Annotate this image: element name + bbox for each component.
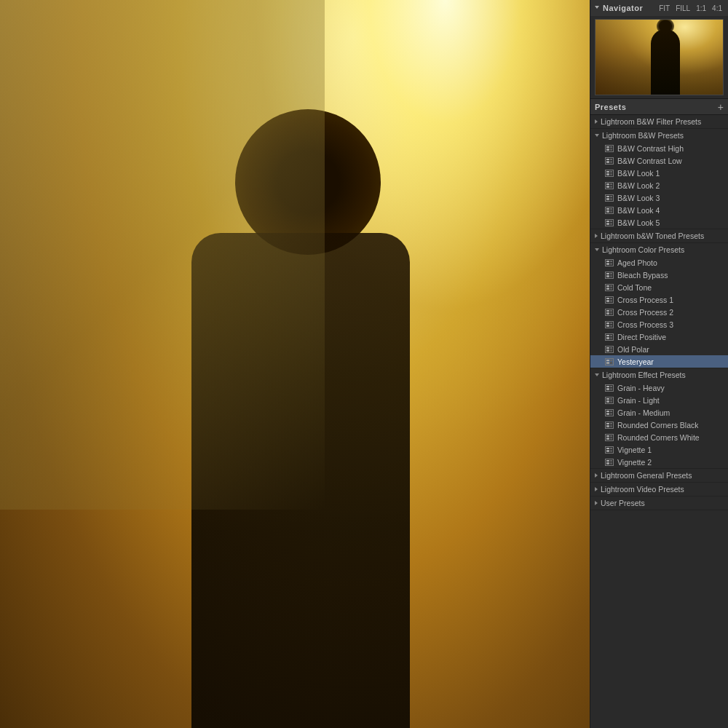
preset-group-triangle-effect-presets <box>595 373 599 376</box>
preset-group-triangle-video-presets <box>595 487 598 491</box>
preset-group-header-color-presets[interactable]: Lightroom Color Presets <box>590 243 728 256</box>
preset-item-icon <box>605 170 614 177</box>
presets-header[interactable]: Presets + <box>590 99 728 115</box>
navigator-header[interactable]: Navigator FIT FILL 1:1 4:1 <box>590 0 728 16</box>
preset-item-effect-presets-1[interactable]: Grain - Light <box>590 394 728 406</box>
preset-item-label: Rounded Corners Black <box>617 421 698 430</box>
preset-item-icon <box>605 422 614 429</box>
preset-item-icon <box>605 194 614 202</box>
preset-item-color-presets-3[interactable]: Cross Process 1 <box>590 293 728 306</box>
photo-area <box>0 0 590 728</box>
preset-item-label: Vignette 1 <box>617 446 652 454</box>
preset-group-header-effect-presets[interactable]: Lightroom Effect Presets <box>590 368 728 381</box>
preset-group-header-user-presets[interactable]: User Presets <box>590 496 728 510</box>
preset-group-bw-filter: Lightroom B&W Filter Presets <box>590 115 728 129</box>
preset-group-triangle-user-presets <box>595 501 598 505</box>
nav-4to1[interactable]: 4:1 <box>711 4 724 13</box>
preset-item-icon <box>605 219 614 226</box>
preset-item-label: Grain - Light <box>617 396 660 405</box>
nav-fill[interactable]: FILL <box>674 4 692 13</box>
preset-item-effect-presets-6[interactable]: Vignette 2 <box>590 456 728 468</box>
preset-item-bw-presets-3[interactable]: B&W Look 2 <box>590 179 728 191</box>
preset-item-label: B&W Contrast High <box>617 144 684 153</box>
preset-item-label: Cross Process 3 <box>617 320 673 329</box>
preset-item-effect-presets-4[interactable]: Rounded Corners White <box>590 431 728 443</box>
thumb-figure <box>651 29 680 95</box>
thumb-afro <box>657 19 674 34</box>
preset-group-label-effect-presets: Lightroom Effect Presets <box>602 371 686 379</box>
navigator-controls: FIT FILL 1:1 4:1 <box>657 4 724 13</box>
preset-item-label: Cross Process 2 <box>617 308 673 317</box>
preset-item-color-presets-6[interactable]: Direct Positive <box>590 331 728 343</box>
preset-item-bw-presets-2[interactable]: B&W Look 1 <box>590 167 728 179</box>
nav-1to1[interactable]: 1:1 <box>695 4 708 13</box>
preset-group-header-bw-presets[interactable]: Lightroom B&W Presets <box>590 129 728 142</box>
preset-item-bw-presets-0[interactable]: B&W Contrast High <box>590 142 728 154</box>
preset-item-bw-presets-1[interactable]: B&W Contrast Low <box>590 154 728 167</box>
preset-item-color-presets-4[interactable]: Cross Process 2 <box>590 306 728 318</box>
presets-section: Presets + Lightroom B&W Filter PresetsLi… <box>590 99 728 728</box>
preset-item-bw-presets-6[interactable]: B&W Look 5 <box>590 216 728 229</box>
preset-item-label: B&W Look 2 <box>617 181 660 190</box>
preset-item-icon <box>605 459 614 466</box>
preset-item-label: Vignette 2 <box>617 458 652 467</box>
preset-item-label: Aged Photo <box>617 258 657 267</box>
preset-item-icon <box>605 358 614 365</box>
preset-item-label: Bleach Bypass <box>617 271 668 280</box>
preset-group-bw-toned: Lightroom b&W Toned Presets <box>590 229 728 243</box>
navigator-section: Navigator FIT FILL 1:1 4:1 <box>590 0 728 99</box>
preset-item-label: Rounded Corners White <box>617 433 700 442</box>
nav-fit[interactable]: FIT <box>657 4 671 13</box>
preset-item-effect-presets-3[interactable]: Rounded Corners Black <box>590 419 728 431</box>
preset-item-color-presets-1[interactable]: Bleach Bypass <box>590 269 728 281</box>
main-container: Navigator FIT FILL 1:1 4:1 P <box>0 0 728 728</box>
preset-group-user-presets: User Presets <box>590 496 728 510</box>
preset-item-icon <box>605 145 614 152</box>
preset-item-color-presets-0[interactable]: Aged Photo <box>590 256 728 269</box>
figure-silhouette <box>177 73 454 728</box>
preset-item-label: B&W Look 3 <box>617 194 660 202</box>
preset-item-bw-presets-4[interactable]: B&W Look 3 <box>590 191 728 204</box>
preset-item-effect-presets-2[interactable]: Grain - Medium <box>590 406 728 419</box>
preset-group-label-color-presets: Lightroom Color Presets <box>602 245 684 254</box>
preset-group-header-general-presets[interactable]: Lightroom General Presets <box>590 469 728 482</box>
preset-item-icon <box>605 321 614 328</box>
preset-group-triangle-bw-filter <box>595 119 598 124</box>
preset-item-color-presets-2[interactable]: Cold Tone <box>590 281 728 293</box>
preset-group-header-bw-toned[interactable]: Lightroom b&W Toned Presets <box>590 229 728 242</box>
preset-item-icon <box>605 409 614 416</box>
preset-item-icon <box>605 446 614 454</box>
preset-item-icon <box>605 296 614 304</box>
preset-item-label: Cross Process 1 <box>617 296 673 304</box>
preset-item-label: B&W Look 5 <box>617 218 660 227</box>
navigator-triangle <box>595 6 599 11</box>
preset-group-general-presets: Lightroom General Presets <box>590 469 728 483</box>
preset-item-color-presets-5[interactable]: Cross Process 3 <box>590 318 728 331</box>
preset-group-header-video-presets[interactable]: Lightroom Video Presets <box>590 483 728 496</box>
preset-item-label: B&W Look 4 <box>617 206 660 215</box>
preset-item-label: Grain - Heavy <box>617 384 665 392</box>
preset-item-icon <box>605 309 614 316</box>
preset-group-video-presets: Lightroom Video Presets <box>590 483 728 496</box>
preset-group-label-general-presets: Lightroom General Presets <box>601 471 692 480</box>
preset-item-effect-presets-0[interactable]: Grain - Heavy <box>590 381 728 394</box>
preset-groups: Lightroom B&W Filter PresetsLightroom B&… <box>590 115 728 510</box>
preset-group-label-user-presets: User Presets <box>601 499 645 507</box>
preset-item-icon <box>605 434 614 441</box>
preset-group-triangle-general-presets <box>595 473 598 478</box>
navigator-thumbnail[interactable] <box>595 19 724 95</box>
preset-item-color-presets-7[interactable]: Old Polar <box>590 343 728 355</box>
preset-item-icon <box>605 259 614 266</box>
preset-item-color-presets-8[interactable]: Yesteryear <box>590 355 728 368</box>
preset-item-label: Direct Positive <box>617 333 666 341</box>
preset-item-effect-presets-5[interactable]: Vignette 1 <box>590 443 728 456</box>
preset-group-label-bw-toned: Lightroom b&W Toned Presets <box>601 232 704 240</box>
preset-group-triangle-bw-presets <box>595 134 599 137</box>
preset-item-bw-presets-5[interactable]: B&W Look 4 <box>590 204 728 216</box>
preset-group-label-video-presets: Lightroom Video Presets <box>601 485 684 494</box>
preset-item-icon <box>605 182 614 189</box>
preset-group-header-bw-filter[interactable]: Lightroom B&W Filter Presets <box>590 115 728 128</box>
presets-add-button[interactable]: + <box>718 101 724 113</box>
thumb-image <box>596 20 723 95</box>
preset-group-effect-presets: Lightroom Effect PresetsGrain - HeavyGra… <box>590 368 728 469</box>
